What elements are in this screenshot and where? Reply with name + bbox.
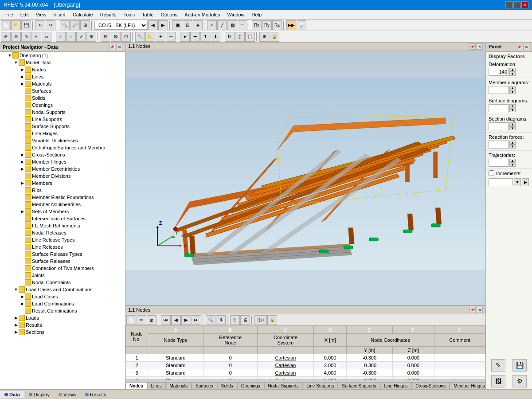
line-button[interactable]: ╱ xyxy=(217,20,227,30)
tb2-9[interactable]: ⊞ xyxy=(86,32,96,42)
tb2-20[interactable]: ⬇ xyxy=(211,32,220,42)
save-button[interactable]: 💾 xyxy=(21,20,31,30)
table-tb-prev[interactable]: ◀ xyxy=(171,315,181,325)
subheader-coord-system[interactable]: CoordinateSystem xyxy=(257,334,313,347)
nav-pin-button[interactable]: 📌 xyxy=(109,44,115,50)
tab-openings[interactable]: Openings xyxy=(237,382,264,389)
col-header-b[interactable]: B xyxy=(203,326,257,334)
tb2-21[interactable]: fx xyxy=(225,32,235,42)
subheader-node-type[interactable]: Node Type xyxy=(148,334,204,347)
load-combo-dropdown[interactable]: CO15 - SK (LF1) xyxy=(94,21,148,30)
tree-variable-thicknesses[interactable]: Variable Thicknesses xyxy=(0,137,125,144)
panel-settings-button[interactable]: ⚙ xyxy=(512,375,527,387)
zoom-out-button[interactable]: 🔎 xyxy=(70,20,80,30)
tree-sets-of-members[interactable]: ▶ Sets of Members xyxy=(0,208,125,215)
tree-surface-releases[interactable]: Surface Releases xyxy=(0,258,125,265)
table-tb-next[interactable]: ▶ xyxy=(181,315,191,325)
subheader-comment[interactable]: Comment xyxy=(434,334,485,347)
nav-data[interactable]: Data xyxy=(0,391,24,398)
tree-expand-model[interactable]: ▼ xyxy=(13,60,19,65)
table-tb-print[interactable]: 🖨 xyxy=(240,315,250,325)
table-row[interactable]: 1 Standard 0 Cartesian 0.000 -0.300 0.00… xyxy=(126,354,485,362)
redo-button[interactable]: ↪ xyxy=(46,20,55,30)
tab-cross-sections[interactable]: Cross-Sections xyxy=(411,382,450,389)
tree-nodal-constraints[interactable]: Nodal Constraints xyxy=(0,279,125,286)
tree-member-eccentricities[interactable]: ▶ Member Eccentricities xyxy=(0,165,125,172)
menu-item-calculate[interactable]: Calculate xyxy=(69,11,97,18)
menu-item-table[interactable]: Table xyxy=(138,11,157,18)
tab-solids[interactable]: Solids xyxy=(217,382,237,389)
table-pin-button[interactable]: 📌 xyxy=(469,307,476,313)
tree-line-release-types[interactable]: Line Release Types xyxy=(0,236,125,243)
tb2-18[interactable]: ➡ xyxy=(190,32,200,42)
tree-member-elastic[interactable]: Member Elastic Foundations xyxy=(0,194,125,201)
rotate-x-button[interactable]: Rx xyxy=(252,20,262,30)
tb2-19[interactable]: ⬆ xyxy=(200,32,210,42)
table-tb-delete[interactable]: 🗑 xyxy=(147,315,156,325)
table-row[interactable]: 3 Standard 0 Cartesian 4.000 -0.300 0.00… xyxy=(126,369,485,377)
nav-display[interactable]: Display xyxy=(24,391,54,398)
menu-item-file[interactable]: File xyxy=(2,11,17,18)
surface-diagrams-up[interactable]: ▲ xyxy=(509,104,516,108)
tb2-2[interactable]: ⊗ xyxy=(11,32,21,42)
tab-nodes[interactable]: Nodes xyxy=(125,382,147,389)
new-button[interactable]: 📄 xyxy=(1,20,11,30)
col-header-a[interactable]: A xyxy=(148,326,204,334)
tb2-13[interactable]: 🔧 xyxy=(135,32,145,42)
reaction-forces-up[interactable]: ▲ xyxy=(509,141,516,145)
minimize-button[interactable]: — xyxy=(505,1,512,8)
panel-close-button[interactable]: ✕ xyxy=(523,44,529,50)
subheader-node-coords[interactable]: Node Coordinates xyxy=(347,334,434,347)
table-tb-first[interactable]: ⏮ xyxy=(161,315,171,325)
menu-item-window[interactable]: Window xyxy=(223,11,248,18)
rotate-y-button[interactable]: Ry xyxy=(262,20,272,30)
trajectories-input[interactable] xyxy=(489,159,509,167)
tree-surface-supports[interactable]: Surface Supports xyxy=(0,123,125,130)
tree-nodal-supports[interactable]: Nodal Supports xyxy=(0,109,125,116)
surface-button[interactable]: ▦ xyxy=(227,20,237,30)
tb2-6[interactable]: ↕ xyxy=(56,32,66,42)
trajectories-up[interactable]: ▲ xyxy=(509,159,516,163)
col-header-f[interactable]: F xyxy=(392,326,434,334)
tab-line-hinges[interactable]: Line Hinges xyxy=(380,382,412,389)
tb2-5[interactable]: ⌀ xyxy=(42,32,51,42)
3d-viewport[interactable]: 1.1 Nodes 📌 ✕ xyxy=(125,43,485,305)
menu-item-options[interactable]: Options xyxy=(157,11,181,18)
tb2-14[interactable]: 📐 xyxy=(145,32,155,42)
tb2-25[interactable]: 🔒 xyxy=(270,32,279,42)
tb2-4[interactable]: ✂ xyxy=(31,32,41,42)
table-tb-fx[interactable]: f(x) xyxy=(254,315,267,325)
col-header-e[interactable]: E xyxy=(347,326,393,334)
tb2-11[interactable]: ⊠ xyxy=(111,32,121,42)
tree-surface-release-types[interactable]: Surface Release Types xyxy=(0,250,125,258)
col-header-g[interactable]: G xyxy=(434,326,485,334)
tree-line-hinges[interactable]: Line Hinges xyxy=(0,130,125,137)
col-y-label[interactable]: Y [m] xyxy=(347,347,393,354)
tb2-22[interactable]: ∑ xyxy=(235,32,245,42)
tree-line-releases[interactable]: Line Releases xyxy=(0,243,125,250)
tree-materials[interactable]: ▶ Materials xyxy=(0,80,125,87)
surface-diagrams-down[interactable]: ▼ xyxy=(509,108,516,112)
undo-button[interactable]: ↩ xyxy=(35,20,45,30)
tree-connection-two-members[interactable]: Connection of Two Members xyxy=(0,265,125,272)
table-tb-sort[interactable]: ⇅ xyxy=(216,315,226,325)
close-button[interactable]: ✕ xyxy=(521,1,528,8)
tab-member-hinges[interactable]: Member Hinges xyxy=(450,382,485,389)
tab-surfaces[interactable]: Surfaces xyxy=(192,382,217,389)
panel-save-button[interactable]: 💾 xyxy=(512,359,527,372)
tb2-8[interactable]: ⤢ xyxy=(76,32,86,42)
tb2-23[interactable]: 📋 xyxy=(245,32,255,42)
tree-solids[interactable]: Solids xyxy=(0,94,125,102)
tree-member-divisions[interactable]: Member Divisions xyxy=(0,172,125,180)
tree-model-data[interactable]: ▼ Model Data xyxy=(0,59,125,66)
table-close-button[interactable]: ✕ xyxy=(477,307,483,313)
panel-edit-button[interactable]: ✎ xyxy=(491,359,505,372)
table-row[interactable]: 2 Standard 0 Cartesian 2.000 -0.300 0.00… xyxy=(126,362,485,369)
open-button[interactable]: 📂 xyxy=(11,20,21,30)
next-button[interactable]: ▶ xyxy=(158,20,168,30)
deformation-input[interactable] xyxy=(489,68,509,76)
view-pin-button[interactable]: 📌 xyxy=(469,43,476,50)
node-button[interactable]: • xyxy=(207,20,217,30)
deformation-down[interactable]: ▼ xyxy=(509,72,516,76)
tree-loads-folder[interactable]: ▶ Loads xyxy=(0,314,125,321)
